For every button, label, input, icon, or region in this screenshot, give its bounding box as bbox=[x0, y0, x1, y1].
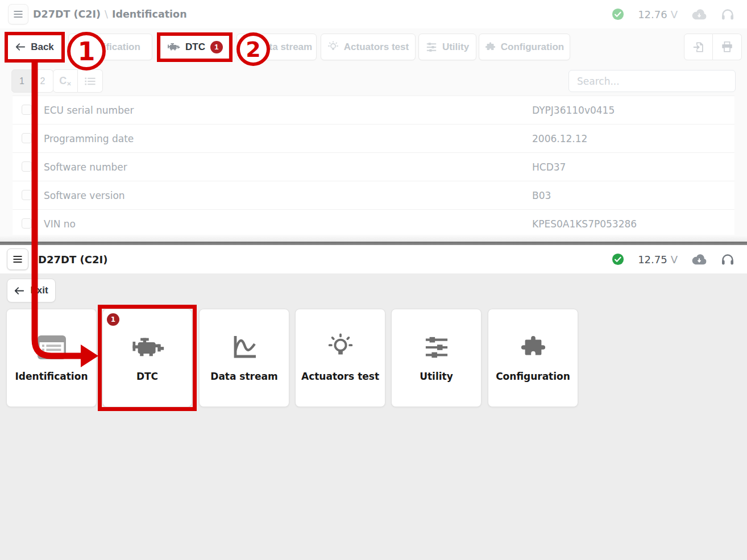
id-card-icon bbox=[7, 330, 96, 365]
chart-icon bbox=[200, 330, 289, 365]
page-2-button[interactable]: 2 bbox=[32, 69, 53, 93]
card-identification[interactable]: Identification bbox=[6, 309, 97, 407]
row-checkbox[interactable] bbox=[22, 161, 32, 172]
ecu-title: D27DT (C2I) bbox=[38, 245, 107, 273]
cloud-download-icon[interactable] bbox=[691, 254, 707, 265]
sliders-icon bbox=[426, 42, 437, 52]
tab-dtc[interactable]: DTC 1 bbox=[160, 34, 229, 60]
sliders-icon bbox=[392, 330, 481, 365]
breadcrumb: D27DT (C2I) \ Identification bbox=[33, 0, 187, 28]
dtc-count-badge: 1 bbox=[210, 41, 223, 53]
tab-actuators-test[interactable]: Actuators test bbox=[321, 34, 416, 60]
row-checkbox[interactable] bbox=[22, 218, 32, 229]
ecu-title: D27DT (C2I) bbox=[33, 9, 101, 20]
back-button[interactable]: Back bbox=[6, 34, 64, 60]
list-icon bbox=[85, 77, 96, 86]
bottom-app-bar: D27DT (C2I) 12.75 V bbox=[0, 245, 747, 273]
page-switcher: 1 2 bbox=[11, 69, 53, 93]
row-checkbox[interactable] bbox=[22, 105, 32, 115]
status-area: 12.76 V bbox=[612, 0, 734, 28]
export-button[interactable] bbox=[684, 34, 713, 60]
card-actuators-test[interactable]: Actuators test bbox=[295, 309, 385, 407]
chart-icon bbox=[241, 42, 252, 52]
menu-button[interactable] bbox=[8, 4, 28, 24]
clear-codes-button[interactable]: C✕ bbox=[53, 69, 78, 93]
battery-voltage: 12.75 V bbox=[638, 254, 678, 266]
engine-icon bbox=[103, 330, 192, 365]
list-tools: C✕ bbox=[53, 69, 103, 93]
connection-check-icon bbox=[612, 253, 624, 266]
printer-icon bbox=[721, 41, 733, 53]
card-data-stream[interactable]: Data stream bbox=[199, 309, 289, 407]
puzzle-icon bbox=[485, 42, 496, 52]
identification-table: ECU serial number DYPJ36110v0415 Program… bbox=[13, 96, 734, 238]
hamburger-icon bbox=[12, 254, 23, 265]
engine-icon bbox=[167, 42, 180, 52]
bulb-icon bbox=[296, 330, 385, 365]
export-icon bbox=[692, 41, 705, 53]
row-checkbox[interactable] bbox=[22, 190, 32, 200]
tab-identification[interactable]: Identification bbox=[68, 34, 152, 60]
headset-icon[interactable] bbox=[721, 252, 734, 266]
row-checkbox[interactable] bbox=[22, 133, 32, 143]
breadcrumb-separator: \ bbox=[105, 9, 108, 20]
hamburger-icon bbox=[13, 9, 24, 20]
report-buttons bbox=[684, 34, 742, 60]
page-title: Identification bbox=[112, 9, 187, 20]
exit-button[interactable]: Exit bbox=[7, 279, 56, 302]
menu-button[interactable] bbox=[7, 248, 28, 270]
tab-utility[interactable]: Utility bbox=[418, 34, 476, 60]
screen-identification: D27DT (C2I) \ Identification 12.76 V Bac… bbox=[0, 0, 747, 242]
table-row[interactable]: Software version B03 bbox=[13, 181, 734, 210]
top-app-bar: D27DT (C2I) \ Identification 12.76 V bbox=[0, 0, 747, 28]
tab-data-stream[interactable]: Data stream bbox=[236, 34, 317, 60]
section-fade bbox=[0, 235, 747, 242]
battery-voltage: 12.76 V bbox=[638, 9, 678, 20]
dtc-count-badge: 1 bbox=[107, 313, 119, 326]
print-button[interactable] bbox=[713, 34, 742, 60]
cloud-download-icon[interactable] bbox=[691, 9, 707, 20]
table-row[interactable]: Software number HCD37 bbox=[13, 153, 734, 181]
status-area: 12.75 V bbox=[612, 245, 734, 273]
table-row[interactable]: Programming date 2006.12.12 bbox=[13, 125, 734, 153]
tab-configuration[interactable]: Configuration bbox=[479, 34, 570, 60]
headset-icon[interactable] bbox=[721, 7, 734, 21]
list-view-button[interactable] bbox=[78, 69, 103, 93]
back-arrow-icon bbox=[15, 43, 26, 51]
table-row[interactable]: ECU serial number DYPJ36110v0415 bbox=[13, 96, 734, 125]
clear-codes-icon: C✕ bbox=[59, 76, 71, 87]
back-arrow-icon bbox=[14, 287, 24, 295]
card-configuration[interactable]: Configuration bbox=[488, 309, 578, 407]
search-input[interactable] bbox=[568, 70, 736, 92]
puzzle-icon bbox=[488, 330, 578, 365]
table-row[interactable]: VIN no KPES0A1KS7P053286 bbox=[13, 210, 734, 238]
bulb-icon bbox=[327, 41, 339, 53]
card-utility[interactable]: Utility bbox=[391, 309, 482, 407]
screen-system-menu: D27DT (C2I) 12.75 V Exit Identif bbox=[0, 245, 747, 560]
page-1-button[interactable]: 1 bbox=[11, 69, 32, 93]
card-dtc[interactable]: 1 DTC bbox=[102, 309, 192, 407]
connection-check-icon bbox=[612, 8, 624, 20]
